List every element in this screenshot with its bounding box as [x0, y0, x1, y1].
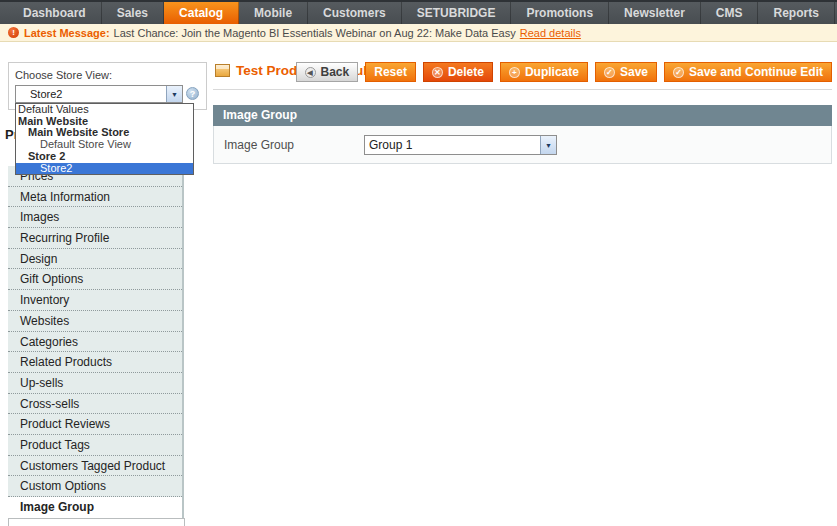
back-button[interactable]: ◀ Back: [296, 62, 359, 82]
delete-x-icon: ✕: [432, 67, 443, 78]
store-view-dropdown: Default Values Main Website Main Website…: [15, 103, 194, 175]
reset-button-label: Reset: [374, 65, 407, 79]
sidebar-bottom-box: [8, 518, 185, 526]
check-icon: ✓: [673, 67, 684, 78]
chevron-down-icon[interactable]: ▼: [540, 136, 556, 154]
section-header-image-group: Image Group: [213, 105, 832, 126]
notification-bar: ! Latest Message: Last Chance: Join the …: [0, 24, 837, 42]
store-view-select-value: Store2: [16, 86, 166, 102]
nav-item-catalog[interactable]: Catalog: [164, 2, 239, 24]
notice-label: Latest Message:: [24, 27, 110, 39]
tab-design[interactable]: Design: [8, 249, 182, 270]
back-button-label: Back: [321, 65, 350, 79]
plus-icon: +: [509, 67, 520, 78]
save-and-continue-button[interactable]: ✓ Save and Continue Edit: [664, 62, 832, 82]
tab-categories[interactable]: Categories: [8, 332, 182, 353]
tab-cross-sells[interactable]: Cross-sells: [8, 394, 182, 415]
delete-button[interactable]: ✕ Delete: [423, 62, 493, 82]
dropdown-option-store-2[interactable]: Store 2: [16, 151, 193, 163]
store-view-select[interactable]: Store2 ▼: [15, 85, 183, 103]
image-group-field-label: Image Group: [224, 138, 294, 152]
nav-item-promotions[interactable]: Promotions: [511, 2, 609, 24]
nav-item-cms[interactable]: CMS: [701, 2, 759, 24]
image-group-select[interactable]: Group 1 ▼: [364, 135, 557, 155]
nav-item-dashboard[interactable]: Dashboard: [8, 2, 102, 24]
read-details-link[interactable]: Read details: [520, 27, 581, 39]
alert-icon: !: [8, 27, 19, 38]
tab-images[interactable]: Images: [8, 207, 182, 228]
top-nav: Dashboard Sales Catalog Mobile Customers…: [0, 0, 837, 24]
save-and-continue-label: Save and Continue Edit: [689, 65, 823, 79]
dropdown-option-store2-selected[interactable]: Store2: [16, 163, 193, 175]
tab-gift-options[interactable]: Gift Options: [8, 269, 182, 290]
tab-product-reviews[interactable]: Product Reviews: [8, 414, 182, 435]
notice-message: Last Chance: Join the Magento BI Essenti…: [114, 27, 516, 39]
reset-button[interactable]: Reset: [365, 62, 416, 82]
nav-item-reports[interactable]: Reports: [758, 2, 834, 24]
tab-customers-tagged-product[interactable]: Customers Tagged Product: [8, 456, 182, 477]
duplicate-button-label: Duplicate: [525, 65, 579, 79]
tab-recurring-profile[interactable]: Recurring Profile: [8, 228, 182, 249]
tab-product-tags[interactable]: Product Tags: [8, 435, 182, 456]
tab-custom-options[interactable]: Custom Options: [8, 476, 182, 497]
dropdown-option-default-values[interactable]: Default Values: [16, 104, 193, 116]
store-view-label: Choose Store View:: [15, 69, 112, 81]
section-body-image-group: Image Group Group 1 ▼: [213, 126, 832, 164]
back-arrow-icon: ◀: [305, 67, 316, 78]
product-package-icon: [215, 64, 230, 77]
nav-item-customers[interactable]: Customers: [308, 2, 402, 24]
tab-meta-information[interactable]: Meta Information: [8, 187, 182, 208]
nav-item-newsletter[interactable]: Newsletter: [609, 2, 701, 24]
image-group-select-value: Group 1: [365, 136, 540, 154]
nav-item-sales[interactable]: Sales: [102, 2, 164, 24]
tab-inventory[interactable]: Inventory: [8, 290, 182, 311]
action-buttons: ◀ Back Reset ✕ Delete + Duplicate ✓ Save…: [296, 62, 832, 82]
check-icon: ✓: [604, 67, 615, 78]
duplicate-button[interactable]: + Duplicate: [500, 62, 588, 82]
help-icon[interactable]: ?: [186, 87, 199, 100]
tab-related-products[interactable]: Related Products: [8, 352, 182, 373]
nav-item-mobile[interactable]: Mobile: [239, 2, 308, 24]
tab-websites[interactable]: Websites: [8, 311, 182, 332]
chevron-down-icon[interactable]: ▼: [166, 86, 182, 102]
header-divider: [213, 89, 832, 90]
delete-button-label: Delete: [448, 65, 484, 79]
product-tabs: Prices Meta Information Images Recurring…: [8, 166, 184, 518]
save-button-label: Save: [620, 65, 648, 79]
nav-item-setubridge[interactable]: SETUBRIDGE: [402, 2, 512, 24]
save-button[interactable]: ✓ Save: [595, 62, 657, 82]
tab-up-sells[interactable]: Up-sells: [8, 373, 182, 394]
tab-image-group[interactable]: Image Group: [8, 497, 182, 518]
